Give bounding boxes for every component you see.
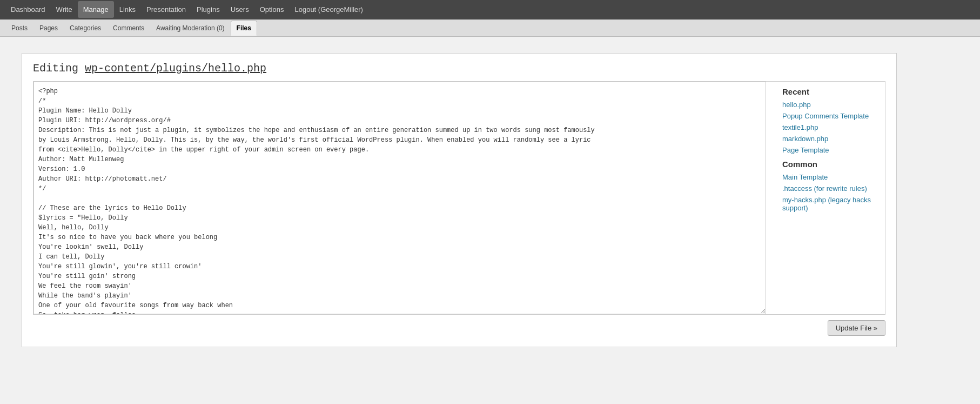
- subnav-posts[interactable]: Posts: [5, 21, 33, 36]
- sidebar-link-hello[interactable]: hello.php: [782, 101, 880, 109]
- subnav-categories[interactable]: Categories: [64, 21, 107, 36]
- subnav-pages[interactable]: Pages: [33, 21, 64, 36]
- sidebar-link-popup-comments[interactable]: Popup Comments Template: [782, 112, 880, 120]
- file-editor[interactable]: [33, 82, 766, 314]
- sidebar-link-textile1[interactable]: textile1.php: [782, 123, 880, 131]
- nav-item-links[interactable]: Links: [114, 1, 141, 18]
- update-file-button[interactable]: Update File »: [828, 320, 885, 336]
- page-title: Editing wp-content/plugins/hello.php: [33, 62, 885, 75]
- nav-item-logout[interactable]: Logout (GeorgeMiller): [289, 1, 368, 18]
- recent-section-title: Recent: [782, 87, 880, 96]
- subnav-comments[interactable]: Comments: [107, 21, 150, 36]
- subnav-files[interactable]: Files: [231, 21, 257, 36]
- sidebar-link-markdown[interactable]: markdown.php: [782, 135, 880, 143]
- editor-sidebar-wrapper: Recent hello.php Popup Comments Template…: [33, 81, 885, 315]
- editor-container: Editing wp-content/plugins/hello.php Rec…: [22, 53, 897, 347]
- nav-item-dashboard[interactable]: Dashboard: [5, 1, 51, 18]
- nav-item-options[interactable]: Options: [254, 1, 290, 18]
- nav-item-users[interactable]: Users: [225, 1, 254, 18]
- subnav-awaiting-moderation[interactable]: Awaiting Moderation (0): [150, 21, 231, 36]
- sidebar-link-my-hacks[interactable]: my-hacks.php (legacy hacks support): [782, 196, 880, 212]
- nav-item-write[interactable]: Write: [51, 1, 78, 18]
- nav-item-manage[interactable]: Manage: [78, 1, 114, 18]
- sidebar-link-htaccess[interactable]: .htaccess (for rewrite rules): [782, 184, 880, 193]
- sidebar: Recent hello.php Popup Comments Template…: [777, 82, 885, 314]
- sidebar-link-page-template[interactable]: Page Template: [782, 146, 880, 154]
- nav-item-presentation[interactable]: Presentation: [141, 1, 191, 18]
- nav-item-plugins[interactable]: Plugins: [191, 1, 225, 18]
- page-filename: wp-content/plugins/hello.php: [85, 62, 266, 75]
- page-title-label: Editing: [33, 62, 85, 75]
- footer-row: Update File »: [33, 315, 885, 339]
- common-section-title: Common: [782, 160, 880, 169]
- top-navigation: Dashboard Write Manage Links Presentatio…: [0, 0, 980, 19]
- sub-navigation: Posts Pages Categories Comments Awaiting…: [0, 19, 980, 37]
- sidebar-link-main-template[interactable]: Main Template: [782, 173, 880, 181]
- main-content: Editing wp-content/plugins/hello.php Rec…: [0, 37, 918, 363]
